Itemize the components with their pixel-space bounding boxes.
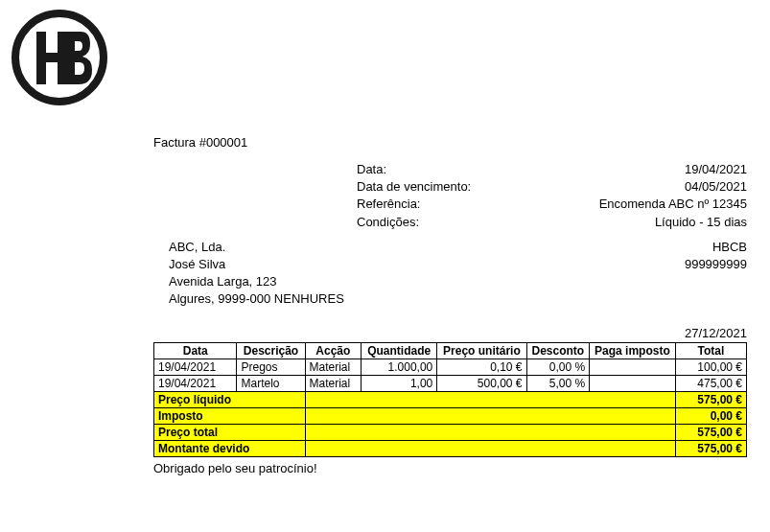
customer-city: Algures, 9999-000 NENHURES: [169, 290, 758, 308]
summary-net-value: 575,00 €: [675, 391, 746, 407]
table-row: 19/04/2021 Martelo Material 1,00 500,00 …: [154, 375, 747, 391]
cell-tax: [590, 359, 676, 375]
summary-spacer: [305, 424, 675, 440]
issuer-name: HBCB: [712, 239, 747, 256]
meta-due-label: Data de vencimento:: [357, 178, 471, 196]
cell-desc: Martelo: [237, 375, 305, 391]
col-qty: Quantidade: [362, 342, 437, 359]
summary-due-label: Montante devido: [154, 440, 306, 456]
cell-data: 19/04/2021: [154, 359, 237, 375]
cell-accao: Material: [305, 375, 362, 391]
col-pu: Preço unitário: [437, 342, 526, 359]
meta-terms-label: Condições:: [357, 214, 419, 231]
col-desc: Descrição: [237, 342, 305, 359]
meta-date-label: Data:: [357, 161, 386, 178]
meta-due-value: 04/05/2021: [685, 178, 747, 196]
summary-due: Montante devido 575,00 €: [154, 440, 747, 456]
col-data: Data: [154, 342, 237, 359]
svg-rect-3: [36, 53, 67, 62]
cell-desc: Pregos: [237, 359, 305, 375]
invoice-table: Data Descrição Acção Quantidade Preço un…: [153, 342, 747, 457]
summary-tax: Imposto 0,00 €: [154, 407, 747, 424]
cell-tax: [590, 375, 676, 391]
meta-date-value: 19/04/2021: [685, 161, 747, 178]
company-logo-icon: [12, 10, 758, 108]
meta-terms-value: Líquido - 15 dias: [655, 214, 747, 231]
footer-note: Obrigado pelo seu patrocínio!: [153, 461, 758, 475]
summary-tax-value: 0,00 €: [675, 407, 746, 424]
summary-spacer: [305, 407, 675, 424]
cell-pu: 500,00 €: [437, 375, 526, 391]
cell-data: 19/04/2021: [154, 375, 237, 391]
col-disc: Desconto: [526, 342, 590, 359]
cell-total: 475,00 €: [675, 375, 746, 391]
print-date: 27/12/2021: [12, 326, 747, 340]
customer-contact: José Silva: [169, 256, 225, 273]
col-tax: Paga imposto: [590, 342, 676, 359]
summary-total: Preço total 575,00 €: [154, 424, 747, 440]
customer-company: ABC, Lda.: [169, 239, 225, 256]
cell-total: 100,00 €: [675, 359, 746, 375]
invoice-meta: Data: 19/04/2021 Data de vencimento: 04/…: [357, 161, 747, 231]
summary-total-label: Preço total: [154, 424, 306, 440]
cell-disc: 0,00 %: [526, 359, 590, 375]
table-header-row: Data Descrição Acção Quantidade Preço un…: [154, 342, 747, 359]
customer-street: Avenida Larga, 123: [169, 273, 758, 290]
col-total: Total: [675, 342, 746, 359]
cell-disc: 5,00 %: [526, 375, 590, 391]
meta-ref-value: Encomenda ABC nº 12345: [599, 196, 747, 213]
summary-due-value: 575,00 €: [675, 440, 746, 456]
table-row: 19/04/2021 Pregos Material 1.000,00 0,10…: [154, 359, 747, 375]
summary-spacer: [305, 391, 675, 407]
cell-pu: 0,10 €: [437, 359, 526, 375]
summary-tax-label: Imposto: [154, 407, 306, 424]
summary-net-label: Preço líquido: [154, 391, 306, 407]
invoice-title: Factura #000001: [153, 135, 758, 150]
summary-total-value: 575,00 €: [675, 424, 746, 440]
meta-ref-label: Referência:: [357, 196, 420, 213]
summary-spacer: [305, 440, 675, 456]
col-accao: Acção: [305, 342, 362, 359]
summary-net: Preço líquido 575,00 €: [154, 391, 747, 407]
issuer-id: 999999999: [685, 256, 747, 273]
cell-qty: 1,00: [362, 375, 437, 391]
cell-qty: 1.000,00: [362, 359, 437, 375]
cell-accao: Material: [305, 359, 362, 375]
